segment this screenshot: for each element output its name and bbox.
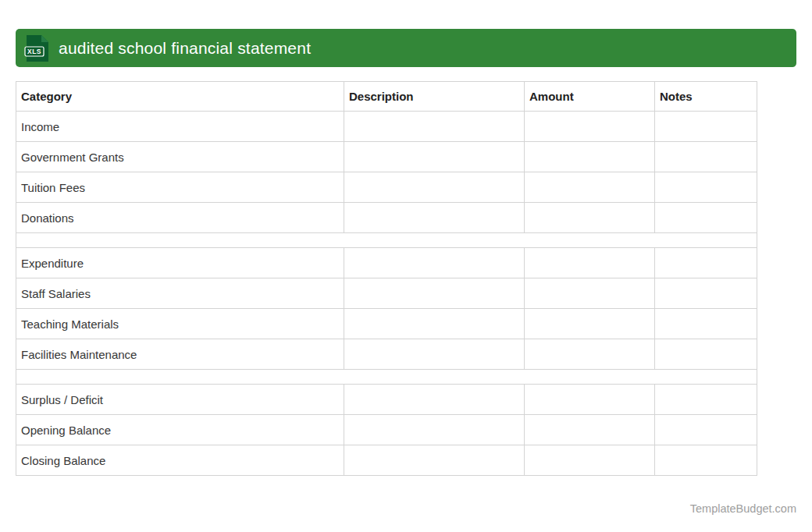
cell-description: [344, 278, 525, 309]
cell-description: [344, 339, 525, 370]
cell-amount: [525, 203, 655, 233]
spacer-row: [16, 370, 757, 385]
cell-amount: [525, 278, 655, 309]
cell-amount: [525, 415, 655, 445]
cell-description: [344, 309, 525, 339]
cell-category: Government Grants: [16, 142, 344, 172]
site-credit: TemplateBudget.com: [690, 502, 796, 515]
cell-category: Expenditure: [16, 248, 344, 278]
cell-category: Staff Salaries: [16, 278, 344, 309]
column-header-amount: Amount: [525, 82, 655, 112]
cell-category: Tuition Fees: [16, 172, 344, 203]
xls-badge-text: XLS: [27, 48, 41, 55]
financial-statement-table: Category Description Amount Notes Income…: [16, 81, 757, 476]
cell-description: [344, 112, 525, 142]
footer: TemplateBudget.com: [16, 502, 796, 515]
cell-amount: [525, 309, 655, 339]
cell-notes: [655, 415, 757, 445]
cell-notes: [655, 248, 757, 278]
cell-category: Teaching Materials: [16, 309, 344, 339]
cell-description: [344, 172, 525, 203]
table-row: Donations: [16, 203, 757, 233]
table-row: Closing Balance: [16, 445, 757, 476]
cell-category: Donations: [16, 203, 344, 233]
table-row: Income: [16, 112, 757, 142]
page-title: audited school financial statement: [59, 39, 311, 58]
cell-notes: [655, 445, 757, 476]
cell-description: [344, 203, 525, 233]
page: XLS audited school financial statement C…: [0, 0, 812, 532]
cell-notes: [655, 385, 757, 415]
cell-notes: [655, 142, 757, 172]
table-row: Surplus / Deficit: [16, 385, 757, 415]
cell-category: Opening Balance: [16, 415, 344, 445]
cell-category: Facilities Maintenance: [16, 339, 344, 370]
column-header-description: Description: [344, 82, 525, 112]
cell-amount: [525, 142, 655, 172]
table-header-row: Category Description Amount Notes: [16, 82, 757, 112]
cell-amount: [525, 445, 655, 476]
column-header-notes: Notes: [655, 82, 757, 112]
cell-description: [344, 445, 525, 476]
cell-notes: [655, 309, 757, 339]
cell-amount: [525, 385, 655, 415]
xls-file-icon: XLS: [27, 35, 48, 62]
cell-category: Surplus / Deficit: [16, 385, 344, 415]
cell-description: [344, 415, 525, 445]
table-row: Expenditure: [16, 248, 757, 278]
spacer-row: [16, 233, 757, 248]
cell-notes: [655, 172, 757, 203]
table-row: Government Grants: [16, 142, 757, 172]
cell-description: [344, 385, 525, 415]
cell-amount: [525, 112, 655, 142]
document-fold: [41, 35, 48, 42]
cell-notes: [655, 203, 757, 233]
spacer-cell: [16, 370, 757, 385]
cell-amount: [525, 339, 655, 370]
cell-notes: [655, 339, 757, 370]
spacer-cell: [16, 233, 757, 248]
title-bar: XLS audited school financial statement: [16, 29, 796, 67]
cell-description: [344, 142, 525, 172]
cell-notes: [655, 278, 757, 309]
table-row: Teaching Materials: [16, 309, 757, 339]
table-row: Staff Salaries: [16, 278, 757, 309]
cell-amount: [525, 248, 655, 278]
table-row: Tuition Fees: [16, 172, 757, 203]
table-row: Facilities Maintenance: [16, 339, 757, 370]
cell-category: Closing Balance: [16, 445, 344, 476]
cell-description: [344, 248, 525, 278]
cell-notes: [655, 112, 757, 142]
cell-category: Income: [16, 112, 344, 142]
column-header-category: Category: [16, 82, 344, 112]
cell-amount: [525, 172, 655, 203]
table-row: Opening Balance: [16, 415, 757, 445]
table-body: IncomeGovernment GrantsTuition FeesDonat…: [16, 112, 757, 476]
